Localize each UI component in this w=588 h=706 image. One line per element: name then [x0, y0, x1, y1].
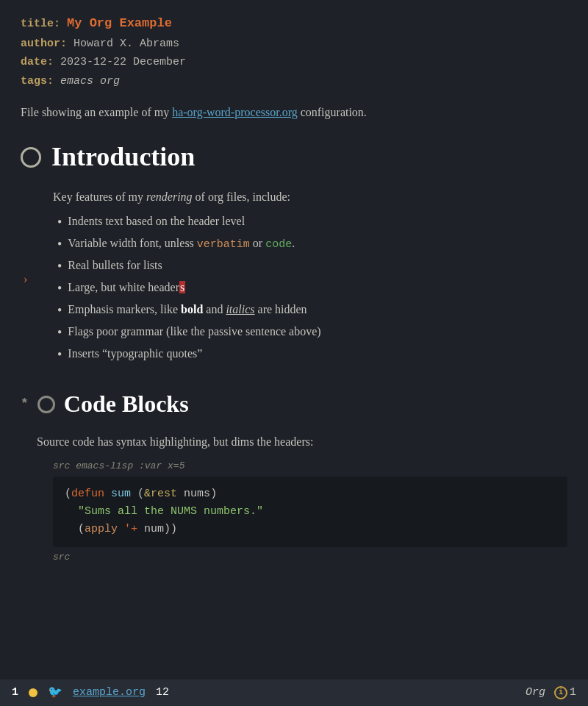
status-bar: 1 🐦 example.org 12 Org i 1	[0, 680, 588, 706]
heading-2-text: Code Blocks	[64, 386, 189, 423]
margin-arrow-icon: ›	[24, 271, 27, 289]
meta-title-row: title: My Org Example	[21, 13, 567, 35]
metadata-block: title: My Org Example author: Howard X. …	[21, 13, 567, 90]
list-item-text: Emphasis markers, like bold and italics …	[68, 301, 306, 319]
heading-introduction: Introduction	[21, 137, 567, 178]
list-item: • Variable width font, unless verbatim o…	[53, 235, 567, 254]
meta-title-val: My Org Example	[67, 16, 172, 30]
code-rest: num))	[137, 523, 177, 535]
code-space: (	[65, 523, 85, 535]
cursor-position: s	[179, 281, 185, 293]
status-dot-icon	[29, 688, 37, 697]
bullet-icon: •	[57, 279, 62, 298]
code-line-2: "Sums all the NUMS numbers."	[65, 503, 556, 521]
status-filename[interactable]: example.org	[73, 684, 146, 701]
code-line-3: (apply '+ num))	[65, 521, 556, 538]
code-block-footer: src	[53, 550, 567, 565]
meta-tags-row: tags: emacs org	[21, 72, 567, 91]
verbatim-text: verbatim	[197, 238, 250, 251]
intro-text-after: configuration.	[298, 106, 367, 118]
code-block: (defun sum (&rest nums) "Sums all the NU…	[53, 477, 567, 547]
list-item-text: Flags poor grammar (like the passive sen…	[68, 323, 320, 341]
meta-tags-key: tags:	[21, 75, 54, 88]
code-param: nums	[184, 488, 210, 500]
intro-paragraph: File showing an example of my ha-org-wor…	[21, 104, 567, 122]
code-space	[118, 523, 124, 535]
info-circle-icon: i	[554, 686, 567, 699]
section1-content: Key features of my rendering of org file…	[53, 188, 567, 364]
heading-2-circle-icon	[37, 396, 55, 413]
list-item-text: Large, but white headers	[68, 279, 185, 297]
meta-author-row: author: Howard X. Abrams	[21, 35, 567, 54]
code-keyword: +	[131, 523, 137, 535]
meta-date-val: 2023-12-22 December	[60, 56, 186, 68]
code-paren: (	[65, 488, 71, 500]
code-quote: '	[124, 523, 131, 535]
list-item-emphasis: • Emphasis markers, like bold and italic…	[53, 301, 567, 320]
list-item-text: Variable width font, unless verbatim or …	[68, 235, 295, 253]
code-amp: &rest	[144, 488, 177, 500]
bullet-icon: •	[57, 235, 62, 254]
italic-example: italics	[226, 303, 254, 315]
main-content: title: My Org Example author: Howard X. …	[0, 0, 588, 680]
section2-body: Source code has syntax highlighting, but…	[37, 433, 567, 565]
section1-intro-before: Key features of my	[53, 190, 146, 203]
heading-1-text: Introduction	[51, 137, 195, 178]
section1-intro-italic: rendering	[146, 190, 193, 203]
list-item-text: Inserts “typographic quotes”	[68, 345, 202, 363]
bold-example: bold	[181, 303, 203, 315]
code-block-label: src emacs-lisp :var x=5	[53, 459, 567, 474]
intro-link[interactable]: ha-org-word-processor.org	[172, 106, 297, 118]
section1-intro-after: of org files, include:	[193, 190, 290, 203]
intro-text-before: File showing an example of my	[21, 106, 172, 118]
code-space	[177, 488, 184, 500]
feature-list: • Indents text based on the header level…	[53, 213, 567, 365]
list-item-text: Real bullets for lists	[68, 257, 162, 275]
code-keyword: defun	[71, 488, 104, 500]
meta-date-key: date:	[21, 56, 54, 68]
list-item-text: Indents text based on the header level	[68, 213, 245, 231]
code-space: (	[131, 488, 144, 500]
code-space	[104, 488, 111, 500]
status-info-badge: i 1	[554, 684, 576, 701]
section1-body: › Key features of my rendering of org fi…	[21, 188, 567, 364]
list-item: • Indents text based on the header level	[53, 213, 567, 232]
code-string: "Sums all the NUMS numbers."	[65, 505, 263, 518]
status-mode-label: Org	[526, 684, 545, 701]
code-builtin: apply	[85, 523, 118, 535]
code-funcname: sum	[111, 488, 131, 500]
meta-title-key: title:	[21, 18, 60, 30]
bullet-icon: •	[57, 301, 62, 320]
status-info-count: 1	[570, 684, 576, 701]
code-inline-text: code	[265, 238, 292, 251]
list-item: • Inserts “typographic quotes”	[53, 345, 567, 364]
bullet-icon: •	[57, 213, 62, 232]
bullet-icon: •	[57, 345, 62, 364]
code-paren: )	[210, 488, 217, 500]
code-block-container: src emacs-lisp :var x=5 (defun sum (&res…	[53, 459, 567, 565]
meta-author-key: author:	[21, 38, 67, 50]
status-emacs-icon: 🐦	[48, 684, 62, 702]
status-right-section: Org i 1	[526, 684, 576, 701]
status-line-number: 1	[12, 684, 18, 701]
status-col-number: 12	[156, 684, 169, 701]
list-item: • Large, but white headers	[53, 279, 567, 298]
heading-code-blocks: * Code Blocks	[21, 386, 567, 423]
meta-author-val: Howard X. Abrams	[74, 38, 179, 50]
code-line-1: (defun sum (&rest nums)	[65, 485, 556, 503]
heading-1-circle-icon	[21, 147, 41, 168]
bullet-icon: •	[57, 323, 62, 342]
list-item-real-bullets: • Real bullets for lists	[53, 257, 567, 276]
meta-tags-val: emacs org	[60, 75, 120, 88]
heading-2-prefix-icon: *	[21, 394, 29, 415]
bullet-icon: •	[57, 257, 62, 276]
section2-intro: Source code has syntax highlighting, but…	[37, 433, 567, 452]
list-item: • Flags poor grammar (like the passive s…	[53, 323, 567, 342]
meta-date-row: date: 2023-12-22 December	[21, 53, 567, 72]
section1-intro: Key features of my rendering of org file…	[53, 188, 567, 207]
